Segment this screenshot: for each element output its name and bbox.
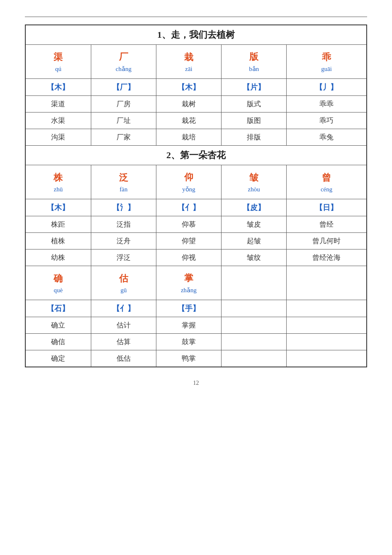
section2-header: 2、第一朵杏花 — [25, 146, 367, 165]
section1-word-row2: 水渠 厂址 栽花 版图 乖巧 — [25, 112, 367, 129]
section2b-word-row2: 确信 估算 鼓掌 — [25, 334, 367, 350]
section1-word-row3: 沟渠 厂家 栽培 排版 乖兔 — [25, 129, 367, 146]
s2b-w2-empty4 — [222, 334, 287, 350]
section2b-radical-row: 【石】 【亻】 【手】 — [25, 300, 367, 317]
section2b-char-row: 确 què 估 gū 掌 zhǎng — [25, 266, 367, 300]
s1-col5-header: 乖 guāi — [288, 49, 365, 75]
s2b-empty-col4 — [222, 266, 287, 300]
section2-radical-row: 【木】 【氵】 【亻】 【皮】 【日】 — [25, 199, 367, 216]
s2b-col3-header: 掌 zhǎng — [158, 269, 219, 296]
section1-word-row1: 渠道 厂房 栽树 版式 乖乖 — [25, 96, 367, 112]
s2-col4-header: 皱 zhòu — [223, 169, 285, 196]
section2-char-row: 株 zhū 泛 fàn 仰 yǒng 皱 zhòu 曾 céng — [25, 165, 367, 199]
s1-col3-header: 栽 zāi — [158, 49, 219, 75]
s2-col5-header: 曾 céng — [288, 169, 365, 196]
section2-word-row3: 幼株 浮泛 仰视 皱纹 曾经沧海 — [25, 249, 367, 266]
vocabulary-table: 1、走，我们去植树 渠 qú 厂 chǎng 栽 zāi 版 bǎn — [25, 24, 367, 367]
s2b-w3-empty4 — [222, 350, 287, 367]
s2b-w2-empty5 — [287, 334, 367, 350]
top-divider — [25, 17, 367, 17]
section2-word-row2: 植株 泛舟 仰望 起皱 曾几何时 — [25, 233, 367, 249]
s1-col1-header: 渠 qú — [27, 49, 89, 75]
s2b-w1-empty5 — [287, 317, 367, 334]
s2b-empty-col5 — [287, 266, 367, 300]
s1-col2-header: 厂 chǎng — [93, 48, 154, 75]
section2b-word-row3: 确定 低估 鸭掌 — [25, 350, 367, 367]
s2-col3-header: 仰 yǒng — [158, 169, 219, 196]
s2b-w1-empty4 — [222, 317, 287, 334]
page-number: 12 — [193, 380, 199, 386]
s2b-col1-header: 确 què — [27, 270, 89, 296]
section1-radical-row: 【木】 【厂】 【木】 【片】 【丿】 — [25, 79, 367, 96]
s2-col1-header: 株 zhū — [27, 169, 89, 196]
s1-col4-header: 版 bǎn — [223, 48, 285, 75]
s2-col2-header: 泛 fàn — [93, 169, 154, 196]
section2-word-row1: 株距 泛指 仰慕 皱皮 曾经 — [25, 216, 367, 233]
s2b-col2-header: 估 gū — [93, 270, 154, 296]
s2b-rad-empty5 — [287, 300, 367, 317]
s2b-rad-empty4 — [222, 300, 287, 317]
section2b-word-row1: 确立 估计 掌握 — [25, 317, 367, 334]
section1-char-row: 渠 qú 厂 chǎng 栽 zāi 版 bǎn 乖 guāi — [25, 45, 367, 79]
s2b-w3-empty5 — [287, 350, 367, 367]
section1-header: 1、走，我们去植树 — [25, 25, 367, 45]
